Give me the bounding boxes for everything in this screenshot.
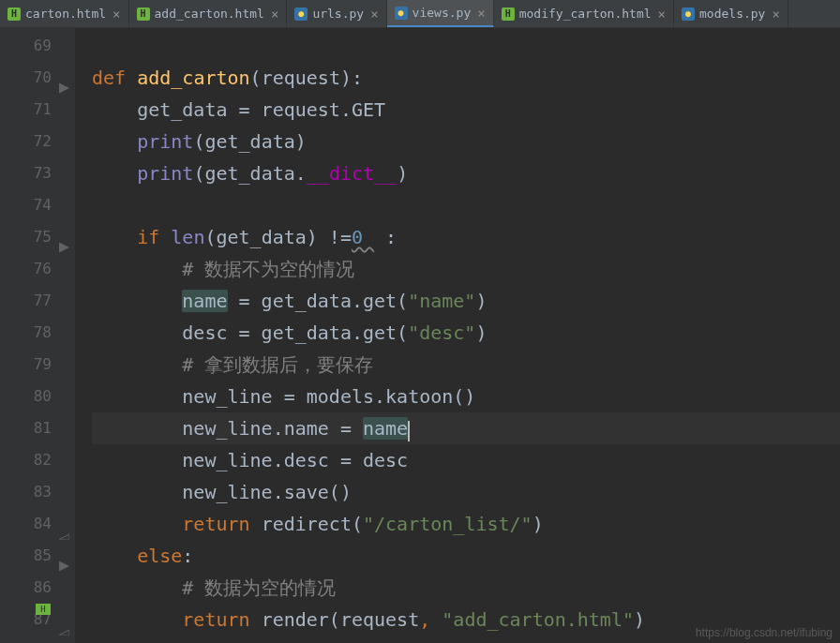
html-icon: H — [137, 7, 150, 21]
code-line-current: new_line.name = name — [92, 412, 840, 444]
line-number: 76 — [0, 253, 75, 285]
line-number: 82 — [0, 444, 75, 476]
editor: 69 70 71 72 73 74 75 76 77 78 79 80 81 8… — [0, 28, 840, 643]
code-line: get_data = request.GET — [92, 94, 840, 126]
code-line: new_line = models.katoon() — [92, 381, 840, 412]
tab-label: views.py — [412, 6, 472, 20]
line-number: 85 — [0, 540, 75, 572]
tab-modify-carton-html[interactable]: H modify_carton.html × — [494, 0, 674, 27]
code-line: new_line.save() — [92, 476, 840, 508]
close-icon[interactable]: × — [112, 7, 120, 22]
python-icon: ● — [294, 7, 308, 21]
bookmark-icon[interactable]: H — [36, 604, 51, 615]
line-number: 71 — [0, 94, 75, 126]
line-number: 80 — [0, 381, 75, 412]
tab-add-carton-html[interactable]: H add_carton.html × — [129, 0, 288, 27]
python-icon: ● — [682, 7, 695, 21]
line-number: 81 — [0, 412, 75, 444]
code-line: def add_carton(request): — [92, 62, 840, 94]
tab-bar: H carton.html × H add_carton.html × ● ur… — [0, 0, 840, 28]
html-icon: H — [8, 7, 21, 21]
fold-icon[interactable] — [59, 232, 69, 243]
code-line: desc = get_data.get("desc") — [92, 317, 840, 349]
tab-label: carton.html — [25, 7, 106, 21]
code-line: return redirect("/carton_list/") — [92, 508, 840, 540]
code-line: print(get_data) — [92, 126, 840, 157]
line-number: 84 — [0, 508, 75, 540]
line-number: 79 — [0, 349, 75, 381]
fold-end-icon[interactable] — [59, 519, 69, 530]
tab-label: models.py — [699, 7, 765, 21]
line-number: 72 — [0, 126, 75, 157]
tab-models-py[interactable]: ● models.py × — [674, 0, 788, 27]
fold-icon[interactable] — [59, 551, 69, 561]
tab-views-py[interactable]: ● views.py × — [387, 0, 494, 27]
line-number: 75 — [0, 221, 75, 253]
line-number: 69 — [0, 30, 75, 62]
line-number: 86 — [0, 572, 75, 604]
line-number: 70 — [0, 62, 75, 94]
watermark: https://blog.csdn.net/ifubing — [696, 626, 832, 639]
close-icon[interactable]: × — [271, 7, 278, 22]
code-line — [92, 30, 840, 62]
code-area[interactable]: def add_carton(request): get_data = requ… — [75, 28, 840, 643]
line-number: 73 — [0, 157, 75, 189]
line-number: 74 — [0, 189, 75, 221]
code-line: if len(get_data) !=0 : — [92, 221, 840, 253]
python-icon: ● — [395, 7, 408, 20]
gutter: 69 70 71 72 73 74 75 76 77 78 79 80 81 8… — [0, 28, 75, 643]
tab-urls-py[interactable]: ● urls.py × — [287, 0, 386, 27]
code-line: print(get_data.__dict__) — [92, 157, 840, 189]
code-line: name = get_data.get("name") — [92, 285, 840, 317]
html-icon: H — [502, 7, 515, 21]
text-cursor — [408, 421, 410, 441]
code-line: # 数据为空的情况 — [92, 572, 840, 604]
fold-icon[interactable] — [59, 73, 69, 83]
tab-label: add_carton.html — [155, 7, 264, 21]
close-icon[interactable]: × — [477, 6, 485, 21]
tab-label: urls.py — [312, 7, 364, 21]
line-number: 87H — [0, 604, 75, 636]
code-line: # 数据不为空的情况 — [92, 253, 840, 285]
line-number: 83 — [0, 476, 75, 508]
close-icon[interactable]: × — [772, 7, 779, 22]
line-number: 77 — [0, 285, 75, 317]
code-line: else: — [92, 540, 840, 572]
code-line — [92, 189, 840, 221]
fold-end-icon[interactable] — [59, 615, 69, 625]
code-line: # 拿到数据后，要保存 — [92, 349, 840, 381]
close-icon[interactable]: × — [370, 7, 378, 22]
close-icon[interactable]: × — [658, 7, 666, 22]
code-line: new_line.desc = desc — [92, 444, 840, 476]
tab-label: modify_carton.html — [519, 7, 652, 21]
line-number: 78 — [0, 317, 75, 349]
tab-carton-html[interactable]: H carton.html × — [0, 0, 129, 27]
